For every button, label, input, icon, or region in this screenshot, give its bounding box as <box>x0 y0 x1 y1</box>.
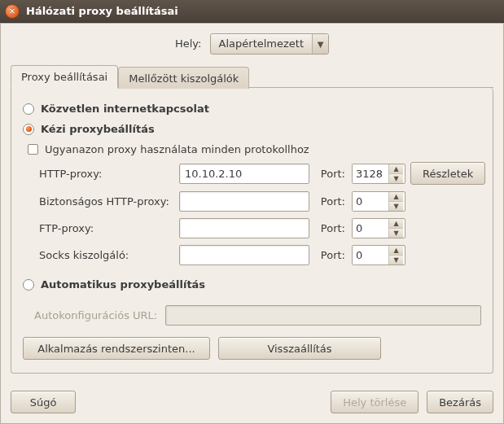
https-proxy-port-spin[interactable]: ▲ ▼ <box>352 191 405 212</box>
use-same-proxy-label: Ugyanazon proxy használata minden protok… <box>45 143 309 155</box>
tab-ignored-hosts[interactable]: Mellőzött kiszolgálók <box>118 67 249 89</box>
proxy-grid: HTTP-proxy: Port: ▲ ▼ Részletek Biztonsá… <box>28 162 481 265</box>
mode-auto-row[interactable]: Automatikus proxybeállítás <box>23 278 481 291</box>
window-client: Hely: Alapértelmezett ▼ Proxy beállítása… <box>0 23 504 424</box>
title-bar: Hálózati proxy beállításai <box>0 0 504 23</box>
radio-icon <box>23 279 34 291</box>
ftp-proxy-label: FTP-proxy: <box>28 222 174 234</box>
button-label: Alkalmazás rendszerszinten... <box>37 343 195 355</box>
port-label: Port: <box>314 249 347 261</box>
spin-up-icon[interactable]: ▲ <box>389 246 403 255</box>
ftp-proxy-port-input[interactable] <box>353 219 388 238</box>
spin-buttons: ▲ ▼ <box>388 219 403 238</box>
location-combo-value: Alapértelmezett <box>211 34 312 54</box>
https-proxy-label: Biztonságos HTTP-proxy: <box>28 195 174 208</box>
ftp-proxy-host-input[interactable] <box>179 218 309 238</box>
tab-strip: Proxy beállításai Mellőzött kiszolgálók <box>11 64 493 88</box>
socks-proxy-port-spin[interactable]: ▲ ▼ <box>352 245 405 265</box>
radio-icon <box>23 103 34 115</box>
spin-up-icon[interactable]: ▲ <box>389 219 403 228</box>
tab-label: Mellőzött kiszolgálók <box>129 72 239 85</box>
spin-buttons: ▲ ▼ <box>388 164 403 183</box>
details-button[interactable]: Részletek <box>410 162 485 185</box>
radio-icon <box>23 124 34 135</box>
mode-manual-row[interactable]: Kézi proxybeállítás <box>23 123 481 135</box>
socks-proxy-port-input[interactable] <box>353 246 388 264</box>
spin-down-icon[interactable]: ▼ <box>389 228 403 238</box>
mode-direct-label: Közvetlen internetkapcsolat <box>41 103 209 115</box>
spin-down-icon[interactable]: ▼ <box>389 173 403 183</box>
http-proxy-host-input[interactable] <box>179 164 309 184</box>
location-row: Hely: Alapértelmezett ▼ <box>11 33 493 55</box>
close-icon[interactable] <box>5 4 20 19</box>
button-label: Hely törlése <box>343 396 406 409</box>
http-proxy-label: HTTP-proxy: <box>28 168 174 180</box>
checkbox-icon <box>28 144 38 155</box>
button-label: Visszaállítás <box>267 343 331 355</box>
spin-buttons: ▲ ▼ <box>388 246 403 264</box>
use-same-proxy-row[interactable]: Ugyanazon proxy használata minden protok… <box>28 143 481 155</box>
https-proxy-host-input[interactable] <box>179 191 309 212</box>
location-label: Hely: <box>175 37 202 50</box>
port-label: Port: <box>314 222 347 234</box>
http-proxy-port-input[interactable] <box>353 164 388 183</box>
manual-section: Ugyanazon proxy használata minden protok… <box>28 143 481 265</box>
autoconfig-url-label: Autokonfigurációs URL: <box>34 309 157 321</box>
tab-label: Proxy beállításai <box>21 71 107 83</box>
apply-systemwide-button[interactable]: Alkalmazás rendszerszinten... <box>23 337 210 360</box>
close-button[interactable]: Bezárás <box>427 391 493 413</box>
chevron-down-icon: ▼ <box>312 34 328 54</box>
delete-location-button: Hely törlése <box>331 391 419 413</box>
button-label: Részletek <box>423 168 473 180</box>
footer-right: Hely törlése Bezárás <box>331 391 493 413</box>
button-label: Súgó <box>30 396 57 409</box>
ftp-proxy-port-spin[interactable]: ▲ ▼ <box>352 218 405 238</box>
spin-down-icon[interactable]: ▼ <box>389 255 403 264</box>
dialog-footer: Súgó Hely törlése Bezárás <box>11 391 493 413</box>
tab-panel-proxy: Közvetlen internetkapcsolat Kézi proxybe… <box>11 88 493 374</box>
mode-direct-row[interactable]: Közvetlen internetkapcsolat <box>23 103 481 115</box>
help-button[interactable]: Súgó <box>11 391 76 413</box>
mode-auto-label: Automatikus proxybeállítás <box>41 278 205 291</box>
apply-row: Alkalmazás rendszerszinten... Visszaállí… <box>23 337 481 360</box>
mode-manual-label: Kézi proxybeállítás <box>41 123 155 135</box>
http-proxy-port-spin[interactable]: ▲ ▼ <box>352 164 405 184</box>
socks-proxy-host-input[interactable] <box>179 245 309 265</box>
port-label: Port: <box>314 195 347 208</box>
window-title: Hálózati proxy beállításai <box>26 5 178 17</box>
autoconfig-row: Autokonfigurációs URL: <box>34 305 481 326</box>
autoconfig-url-input <box>165 305 481 326</box>
port-label: Port: <box>314 168 347 180</box>
location-combo[interactable]: Alapértelmezett ▼ <box>210 33 329 55</box>
spin-up-icon[interactable]: ▲ <box>389 192 403 201</box>
tab-proxy-settings[interactable]: Proxy beállításai <box>11 65 118 88</box>
reset-button[interactable]: Visszaállítás <box>218 337 381 360</box>
socks-proxy-label: Socks kiszolgáló: <box>28 249 174 261</box>
spin-buttons: ▲ ▼ <box>388 192 403 211</box>
https-proxy-port-input[interactable] <box>353 192 388 211</box>
spin-up-icon[interactable]: ▲ <box>389 164 403 173</box>
button-label: Bezárás <box>439 396 481 409</box>
spin-down-icon[interactable]: ▼ <box>389 201 403 211</box>
